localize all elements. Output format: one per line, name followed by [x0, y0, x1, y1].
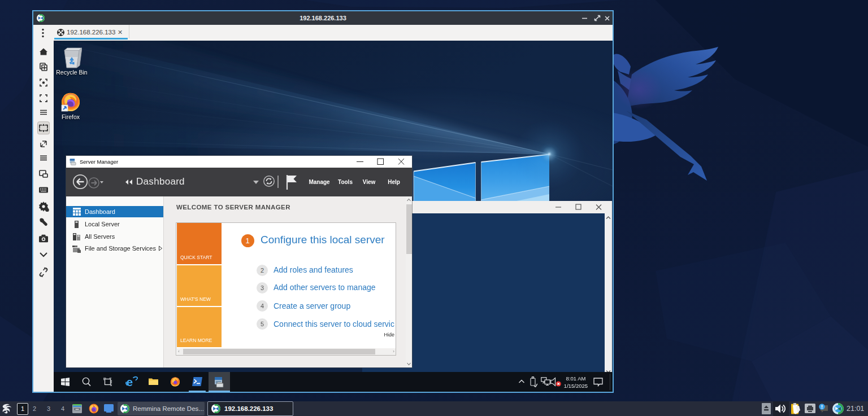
svg-text:e: e	[127, 376, 133, 388]
